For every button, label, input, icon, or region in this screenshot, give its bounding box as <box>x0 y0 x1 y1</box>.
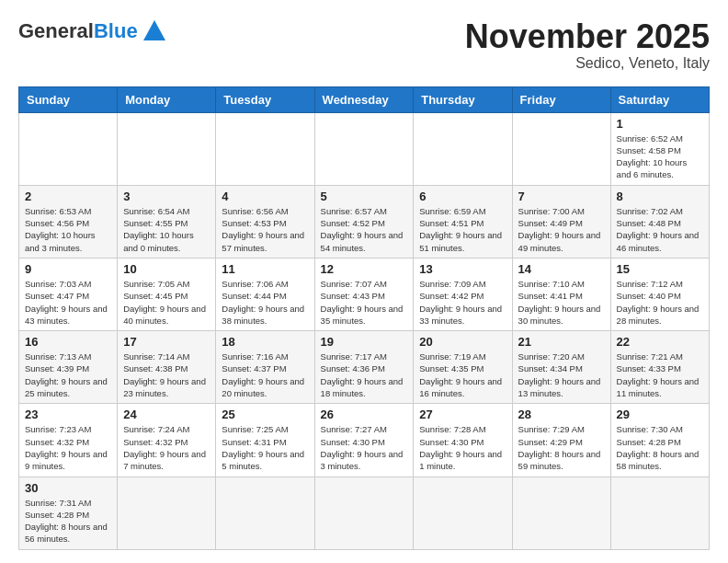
weekday-header-thursday: Thursday <box>414 86 512 112</box>
weekday-header-tuesday: Tuesday <box>216 86 314 112</box>
calendar-cell: 16Sunrise: 7:13 AMSunset: 4:39 PMDayligh… <box>19 331 118 404</box>
cell-content: Sunrise: 6:57 AMSunset: 4:52 PMDaylight:… <box>321 205 408 254</box>
calendar-cell <box>314 112 414 185</box>
cell-content: Sunrise: 6:56 AMSunset: 4:53 PMDaylight:… <box>222 205 308 254</box>
cell-content: Sunrise: 7:24 AMSunset: 4:32 PMDaylight:… <box>123 423 210 472</box>
logo-icon <box>142 18 167 44</box>
calendar-cell: 20Sunrise: 7:19 AMSunset: 4:35 PMDayligh… <box>414 331 512 404</box>
cell-content: Sunrise: 7:03 AMSunset: 4:47 PMDaylight:… <box>25 278 111 327</box>
calendar-cell: 19Sunrise: 7:17 AMSunset: 4:36 PMDayligh… <box>314 331 414 404</box>
cell-content: Sunrise: 7:16 AMSunset: 4:37 PMDaylight:… <box>222 350 308 399</box>
day-number: 13 <box>419 262 506 276</box>
calendar-cell: 22Sunrise: 7:21 AMSunset: 4:33 PMDayligh… <box>610 331 709 404</box>
calendar-cell <box>512 112 610 185</box>
cell-content: Sunrise: 7:07 AMSunset: 4:43 PMDaylight:… <box>321 278 408 327</box>
day-number: 2 <box>25 190 111 203</box>
calendar-cell: 25Sunrise: 7:25 AMSunset: 4:31 PMDayligh… <box>216 404 314 477</box>
day-number: 22 <box>617 335 703 349</box>
calendar-cell: 6Sunrise: 6:59 AMSunset: 4:51 PMDaylight… <box>414 185 512 258</box>
cell-content: Sunrise: 7:06 AMSunset: 4:44 PMDaylight:… <box>222 278 308 327</box>
calendar-cell: 24Sunrise: 7:24 AMSunset: 4:32 PMDayligh… <box>118 404 216 477</box>
day-number: 30 <box>25 481 111 495</box>
calendar-week-row: 2Sunrise: 6:53 AMSunset: 4:56 PMDaylight… <box>19 185 710 258</box>
calendar-cell: 18Sunrise: 7:16 AMSunset: 4:37 PMDayligh… <box>216 331 314 404</box>
day-number: 18 <box>222 335 308 349</box>
day-number: 8 <box>617 190 703 203</box>
cell-content: Sunrise: 6:53 AMSunset: 4:56 PMDaylight:… <box>25 205 111 254</box>
calendar-cell: 5Sunrise: 6:57 AMSunset: 4:52 PMDaylight… <box>314 185 414 258</box>
calendar-cell <box>414 477 512 549</box>
day-number: 29 <box>617 408 703 421</box>
calendar-cell: 14Sunrise: 7:10 AMSunset: 4:41 PMDayligh… <box>512 258 610 330</box>
cell-content: Sunrise: 6:52 AMSunset: 4:58 PMDaylight:… <box>617 132 703 181</box>
day-number: 16 <box>25 335 111 349</box>
cell-content: Sunrise: 7:14 AMSunset: 4:38 PMDaylight:… <box>123 350 210 399</box>
cell-content: Sunrise: 7:10 AMSunset: 4:41 PMDaylight:… <box>518 278 605 327</box>
day-number: 1 <box>617 117 703 131</box>
day-number: 28 <box>518 408 605 421</box>
calendar-week-row: 16Sunrise: 7:13 AMSunset: 4:39 PMDayligh… <box>19 331 710 404</box>
day-number: 11 <box>222 262 308 276</box>
calendar-table: SundayMondayTuesdayWednesdayThursdayFrid… <box>18 86 710 550</box>
calendar-cell: 4Sunrise: 6:56 AMSunset: 4:53 PMDaylight… <box>216 185 314 258</box>
cell-content: Sunrise: 7:12 AMSunset: 4:40 PMDaylight:… <box>617 278 703 327</box>
calendar-cell: 8Sunrise: 7:02 AMSunset: 4:48 PMDaylight… <box>610 185 709 258</box>
calendar-cell: 28Sunrise: 7:29 AMSunset: 4:29 PMDayligh… <box>512 404 610 477</box>
cell-content: Sunrise: 6:54 AMSunset: 4:55 PMDaylight:… <box>123 205 210 254</box>
day-number: 9 <box>25 262 111 276</box>
cell-content: Sunrise: 7:05 AMSunset: 4:45 PMDaylight:… <box>123 278 210 327</box>
cell-content: Sunrise: 7:21 AMSunset: 4:33 PMDaylight:… <box>617 350 703 399</box>
cell-content: Sunrise: 7:23 AMSunset: 4:32 PMDaylight:… <box>25 423 111 472</box>
calendar-cell <box>512 477 610 549</box>
calendar-cell: 27Sunrise: 7:28 AMSunset: 4:30 PMDayligh… <box>414 404 512 477</box>
weekday-header-wednesday: Wednesday <box>314 86 414 112</box>
day-number: 15 <box>617 262 703 276</box>
day-number: 23 <box>25 408 111 421</box>
calendar-cell: 26Sunrise: 7:27 AMSunset: 4:30 PMDayligh… <box>314 404 414 477</box>
cell-content: Sunrise: 7:19 AMSunset: 4:35 PMDaylight:… <box>419 350 506 399</box>
calendar-cell <box>216 477 314 549</box>
weekday-header-monday: Monday <box>118 86 216 112</box>
calendar-cell: 10Sunrise: 7:05 AMSunset: 4:45 PMDayligh… <box>118 258 216 330</box>
day-number: 14 <box>518 262 605 276</box>
page-header: GeneralBlue November 2025 Sedico, Veneto… <box>18 18 710 72</box>
calendar-cell <box>118 477 216 549</box>
calendar-cell: 30Sunrise: 7:31 AMSunset: 4:28 PMDayligh… <box>19 477 118 549</box>
calendar-week-row: 30Sunrise: 7:31 AMSunset: 4:28 PMDayligh… <box>19 477 710 549</box>
calendar-cell <box>610 477 709 549</box>
weekday-header-row: SundayMondayTuesdayWednesdayThursdayFrid… <box>19 86 710 112</box>
calendar-cell: 7Sunrise: 7:00 AMSunset: 4:49 PMDaylight… <box>512 185 610 258</box>
calendar-cell: 11Sunrise: 7:06 AMSunset: 4:44 PMDayligh… <box>216 258 314 330</box>
cell-content: Sunrise: 7:00 AMSunset: 4:49 PMDaylight:… <box>518 205 605 254</box>
calendar-cell: 3Sunrise: 6:54 AMSunset: 4:55 PMDaylight… <box>118 185 216 258</box>
weekday-header-sunday: Sunday <box>19 86 118 112</box>
calendar-cell: 21Sunrise: 7:20 AMSunset: 4:34 PMDayligh… <box>512 331 610 404</box>
day-number: 10 <box>123 262 210 276</box>
weekday-header-saturday: Saturday <box>610 86 709 112</box>
title-block: November 2025 Sedico, Veneto, Italy <box>465 18 710 72</box>
calendar-cell: 1Sunrise: 6:52 AMSunset: 4:58 PMDaylight… <box>610 112 709 185</box>
calendar-cell <box>118 112 216 185</box>
calendar-cell <box>314 477 414 549</box>
day-number: 25 <box>222 408 308 421</box>
cell-content: Sunrise: 7:30 AMSunset: 4:28 PMDaylight:… <box>617 423 703 472</box>
cell-content: Sunrise: 7:09 AMSunset: 4:42 PMDaylight:… <box>419 278 506 327</box>
cell-content: Sunrise: 7:13 AMSunset: 4:39 PMDaylight:… <box>25 350 111 399</box>
weekday-header-friday: Friday <box>512 86 610 112</box>
cell-content: Sunrise: 7:27 AMSunset: 4:30 PMDaylight:… <box>321 423 408 472</box>
cell-content: Sunrise: 7:17 AMSunset: 4:36 PMDaylight:… <box>321 350 408 399</box>
cell-content: Sunrise: 7:02 AMSunset: 4:48 PMDaylight:… <box>617 205 703 254</box>
calendar-cell <box>216 112 314 185</box>
day-number: 24 <box>123 408 210 421</box>
calendar-cell: 17Sunrise: 7:14 AMSunset: 4:38 PMDayligh… <box>118 331 216 404</box>
calendar-week-row: 9Sunrise: 7:03 AMSunset: 4:47 PMDaylight… <box>19 258 710 330</box>
calendar-week-row: 1Sunrise: 6:52 AMSunset: 4:58 PMDaylight… <box>19 112 710 185</box>
calendar-cell: 2Sunrise: 6:53 AMSunset: 4:56 PMDaylight… <box>19 185 118 258</box>
day-number: 4 <box>222 190 308 203</box>
cell-content: Sunrise: 7:29 AMSunset: 4:29 PMDaylight:… <box>518 423 605 472</box>
day-number: 3 <box>123 190 210 203</box>
calendar-cell: 12Sunrise: 7:07 AMSunset: 4:43 PMDayligh… <box>314 258 414 330</box>
day-number: 19 <box>321 335 408 349</box>
calendar-cell: 13Sunrise: 7:09 AMSunset: 4:42 PMDayligh… <box>414 258 512 330</box>
day-number: 5 <box>321 190 408 203</box>
